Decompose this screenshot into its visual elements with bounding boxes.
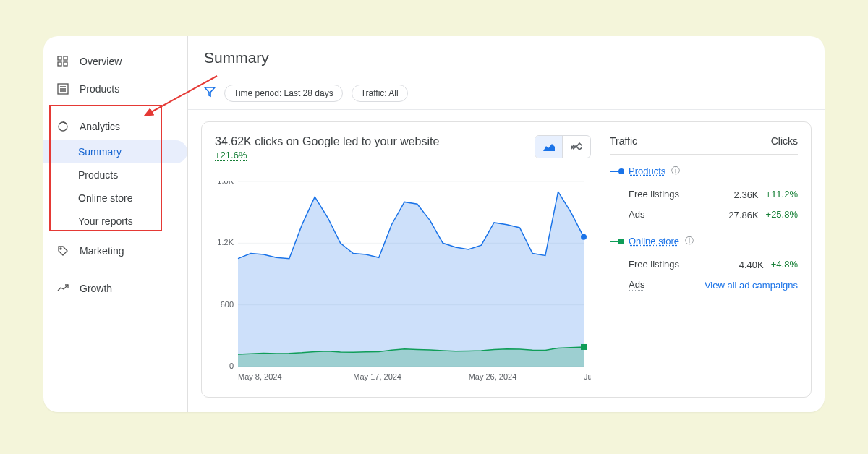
tag-icon — [56, 244, 69, 257]
svg-rect-1 — [64, 56, 67, 60]
chart-pane: 34.62K clicks on Google led to your webs… — [215, 135, 591, 384]
svg-text:Jun 4, 2024: Jun 4, 2024 — [584, 372, 591, 381]
chart-area: 06001.2K1.8KMay 8, 2024May 17, 2024May 2… — [215, 181, 591, 384]
svg-rect-0 — [58, 56, 61, 60]
side-panel-head-traffic: Traffic — [610, 135, 637, 147]
svg-text:1.2K: 1.2K — [217, 238, 234, 247]
svg-text:May 17, 2024: May 17, 2024 — [353, 372, 401, 381]
svg-rect-2 — [58, 62, 61, 66]
traffic-group-link[interactable]: Online store — [629, 236, 679, 247]
sidebar-item-marketing[interactable]: Marketing — [43, 237, 187, 265]
sidebar-item-label: Overview — [80, 56, 122, 67]
sidebar-item-label: Growth — [80, 283, 112, 294]
traffic-row-delta: +25.8% — [766, 209, 798, 220]
sidebar-item-overview[interactable]: Overview — [43, 48, 187, 75]
sidebar-item-analytics[interactable]: Analytics — [43, 113, 187, 140]
svg-point-9 — [60, 248, 61, 249]
info-icon[interactable]: ⓘ — [671, 165, 680, 177]
toggle-area-view[interactable] — [535, 136, 563, 158]
traffic-row-value: 2.36K — [734, 189, 759, 200]
chart-delta[interactable]: +21.6% — [215, 150, 247, 161]
traffic-row: Ads 27.86K+25.8% — [610, 205, 798, 225]
svg-text:May 26, 2024: May 26, 2024 — [469, 372, 517, 381]
svg-text:0: 0 — [229, 361, 234, 370]
traffic-row-label: Free listings — [629, 259, 679, 270]
chart-title: 34.62K clicks on Google led to your webs… — [215, 135, 439, 148]
traffic-row-delta: +4.8% — [771, 259, 798, 270]
traffic-row: Free listings 4.40K+4.8% — [610, 254, 798, 275]
page-title: Summary — [188, 36, 825, 77]
traffic-group-link[interactable]: Products — [629, 166, 665, 176]
info-icon[interactable]: ⓘ — [685, 235, 694, 247]
toggle-line-view[interactable] — [563, 136, 590, 158]
traffic-group: Products ⓘ Free listings 2.36K+11.2% Ads… — [610, 165, 798, 225]
legend-swatch — [610, 241, 623, 242]
svg-point-19 — [581, 234, 587, 240]
sidebar-item-products[interactable]: Products — [43, 75, 187, 103]
sidebar-sub-summary[interactable]: Summary — [43, 140, 187, 163]
traffic-row-value: 4.40K — [739, 260, 764, 270]
traffic-row-label: Free listings — [629, 189, 679, 200]
sidebar-item-label: Products — [80, 83, 119, 95]
svg-rect-3 — [64, 62, 67, 66]
svg-text:May 8, 2024: May 8, 2024 — [238, 372, 282, 381]
svg-rect-20 — [581, 344, 587, 350]
dashboard-icon — [56, 55, 69, 68]
analytics-icon — [56, 120, 69, 133]
summary-card: 34.62K clicks on Google led to your webs… — [201, 121, 812, 398]
traffic-row-delta: +11.2% — [766, 189, 798, 200]
traffic-group: Online store ⓘ Free listings 4.40K+4.8% … — [610, 235, 798, 295]
traffic-side-panel: Traffic Clicks Products ⓘ Free listings … — [610, 135, 798, 384]
trend-icon — [56, 282, 69, 295]
sidebar-sub-your-reports[interactable]: Your reports — [43, 210, 187, 233]
sidebar-item-label: Analytics — [80, 121, 120, 132]
traffic-row-label: Ads — [629, 209, 644, 220]
list-icon — [56, 82, 69, 95]
legend-swatch — [610, 171, 623, 172]
traffic-row: Ads View all ad campaigns — [610, 275, 798, 295]
traffic-row-value: 27.86K — [728, 210, 758, 220]
traffic-row-label: Ads — [629, 279, 644, 291]
svg-text:600: 600 — [221, 300, 234, 309]
sidebar-item-growth[interactable]: Growth — [43, 275, 187, 302]
sidebar: Overview Products Analytics Summary Prod… — [43, 36, 188, 412]
filter-chip-time[interactable]: Time period: Last 28 days — [224, 85, 343, 102]
sidebar-item-label: Marketing — [80, 245, 124, 257]
svg-text:1.8K: 1.8K — [217, 181, 234, 185]
main-content: Summary Time period: Last 28 days Traffi… — [188, 36, 825, 412]
view-all-link[interactable]: View all ad campaigns — [705, 280, 798, 291]
chart-view-toggle — [535, 135, 591, 158]
filter-bar: Time period: Last 28 days Traffic: All — [188, 77, 825, 110]
traffic-row: Free listings 2.36K+11.2% — [610, 184, 798, 205]
svg-marker-10 — [205, 87, 215, 96]
side-panel-head-clicks: Clicks — [771, 135, 798, 147]
filter-chip-traffic[interactable]: Traffic: All — [352, 85, 408, 102]
sidebar-sub-online-store[interactable]: Online store — [43, 187, 187, 210]
sidebar-sub-products[interactable]: Products — [43, 163, 187, 187]
filter-icon[interactable] — [204, 86, 216, 100]
